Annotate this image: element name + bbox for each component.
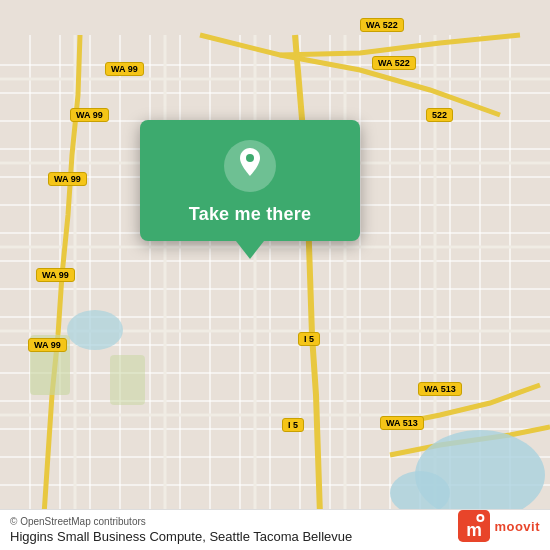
road-label-wa522-1: WA 522 bbox=[360, 18, 404, 32]
map-container: WA 99 WA 99 WA 99 WA 99 WA 99 WA 522 WA … bbox=[0, 0, 550, 550]
moovit-logo: m moovit bbox=[458, 510, 540, 542]
svg-text:m: m bbox=[467, 520, 483, 540]
road-label-wa99-4: WA 99 bbox=[36, 268, 75, 282]
road-label-wa99-3: WA 99 bbox=[48, 172, 87, 186]
road-label-wa513-1: WA 513 bbox=[418, 382, 462, 396]
take-me-there-button[interactable]: Take me there bbox=[189, 204, 311, 225]
road-label-wa99-5: WA 99 bbox=[28, 338, 67, 352]
location-pin-icon bbox=[235, 148, 265, 184]
road-label-wa99-2: WA 99 bbox=[70, 108, 109, 122]
road-label-i5-2: I 5 bbox=[282, 418, 304, 432]
road-label-wa99-1: WA 99 bbox=[105, 62, 144, 76]
svg-point-53 bbox=[479, 516, 483, 520]
road-label-wa513-2: WA 513 bbox=[380, 416, 424, 430]
road-label-wa522-2: WA 522 bbox=[372, 56, 416, 70]
road-label-522: 522 bbox=[426, 108, 453, 122]
location-icon-circle bbox=[224, 140, 276, 192]
moovit-icon-svg: m bbox=[458, 510, 490, 542]
map-svg bbox=[0, 0, 550, 550]
svg-point-49 bbox=[246, 154, 254, 162]
moovit-text: moovit bbox=[494, 519, 540, 534]
road-label-i5-1: I 5 bbox=[298, 332, 320, 346]
svg-rect-48 bbox=[110, 355, 145, 405]
svg-point-46 bbox=[67, 310, 123, 350]
popup-card[interactable]: Take me there bbox=[140, 120, 360, 241]
